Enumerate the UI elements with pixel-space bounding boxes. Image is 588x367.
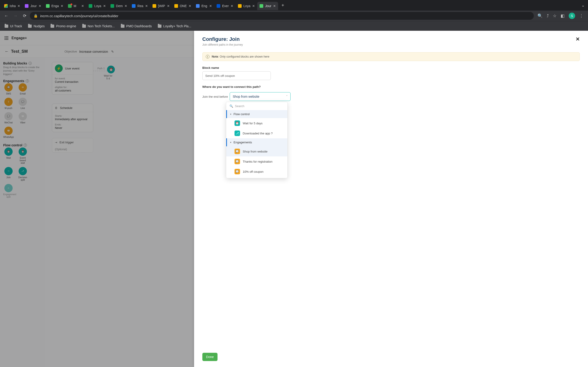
forward-button[interactable]: →: [11, 12, 19, 20]
close-icon[interactable]: ✕: [145, 4, 148, 8]
close-icon[interactable]: ✕: [167, 4, 170, 8]
bookmark-item[interactable]: PMO Dashboards: [119, 23, 154, 29]
folder-icon: [82, 25, 86, 28]
close-icon[interactable]: ✕: [124, 4, 127, 8]
chevron-up-icon: ˄: [286, 95, 288, 98]
tab-overflow-button[interactable]: ⌄: [578, 1, 588, 9]
bookmark-item[interactable]: Nudges: [26, 23, 47, 29]
close-icon[interactable]: ✕: [103, 4, 106, 8]
browser-menu-icon[interactable]: ⋮: [579, 13, 583, 18]
address-bar[interactable]: 🔒 incrm.cc.capillarytech.com/journey/ui/…: [30, 12, 534, 20]
reload-button[interactable]: ⟳: [21, 12, 28, 20]
dropdown-option[interactable]: ⏰Wait for 5 days: [226, 118, 287, 128]
dropdown-option-selected[interactable]: 💬Shop from website: [226, 146, 287, 156]
target-dropdown: 🔍 Search ▾Flow control ⏰Wait for 5 days …: [226, 102, 288, 178]
browser-tab[interactable]: Loya✕: [236, 2, 257, 10]
back-button[interactable]: ←: [2, 12, 10, 20]
bookmark-star-icon[interactable]: ☆: [553, 13, 556, 18]
dropdown-option[interactable]: 💬Thanks for registration: [226, 156, 287, 167]
browser-tab[interactable]: Jour✕: [23, 2, 43, 10]
folder-icon: [28, 25, 32, 28]
message-icon: 💬: [234, 169, 240, 174]
caret-down-icon: ▾: [230, 113, 231, 115]
folder-icon: [121, 25, 124, 28]
connect-label: Where do you want to connect this path?: [202, 85, 580, 89]
info-icon: i: [206, 55, 209, 58]
close-icon[interactable]: ✕: [252, 4, 255, 8]
configure-join-panel: Configure: Join Join different paths in …: [194, 31, 588, 367]
close-icon[interactable]: ✕: [273, 4, 276, 8]
bookmark-item[interactable]: UI Track: [2, 23, 24, 29]
folder-icon: [51, 25, 54, 28]
clock-icon: ⏰: [234, 120, 240, 126]
close-panel-button[interactable]: ✕: [576, 36, 580, 42]
panel-subtitle: Join different paths in the journey: [202, 43, 243, 46]
done-button[interactable]: Done: [202, 353, 217, 361]
browser-tab[interactable]: Eng✕: [194, 2, 214, 10]
browser-tab[interactable]: Loya✕: [86, 2, 108, 10]
browser-tab[interactable]: [WIP✕: [150, 2, 172, 10]
dropdown-option[interactable]: 💬10% off coupon: [226, 167, 287, 177]
dropdown-group-head[interactable]: ▾Engagements: [226, 138, 287, 146]
block-name-input[interactable]: [202, 71, 271, 80]
browser-tab[interactable]: Ever✕: [214, 2, 236, 10]
dropdown-option[interactable]: ⎇Downloaded the app ?: [226, 128, 287, 138]
close-icon[interactable]: ✕: [61, 4, 63, 8]
dropdown-group-head[interactable]: ▾Flow control: [226, 110, 287, 118]
bookmark-item[interactable]: Loyalty+ Tech Pla...: [156, 23, 194, 29]
search-icon[interactable]: 🔍: [537, 13, 543, 18]
bookmark-item[interactable]: Promo engine: [48, 23, 78, 29]
split-icon: ⎇: [234, 131, 240, 136]
browser-tab[interactable]: ONE✕: [172, 2, 194, 10]
search-placeholder: Search: [235, 104, 244, 108]
close-icon[interactable]: ✕: [17, 4, 20, 8]
folder-icon: [5, 25, 8, 28]
close-icon[interactable]: ✕: [39, 4, 41, 8]
side-panel-icon[interactable]: ◧: [561, 13, 565, 18]
close-icon[interactable]: ✕: [189, 4, 191, 8]
lock-icon: 🔒: [34, 14, 38, 18]
browser-tab[interactable]: M✕: [66, 2, 86, 10]
browser-tab-active[interactable]: Jour✕: [257, 2, 278, 10]
browser-tab[interactable]: Enga✕: [44, 2, 66, 10]
note-banner: i Note: Only configured blocks are shown…: [202, 52, 580, 61]
profile-avatar[interactable]: S: [569, 13, 575, 19]
message-icon: 💬: [234, 149, 240, 154]
join-prefix: Join the end before: [202, 95, 228, 98]
folder-icon: [158, 25, 162, 28]
panel-title: Configure: Join: [202, 36, 243, 42]
close-icon[interactable]: ✕: [231, 4, 233, 8]
browser-tab[interactable]: Dem✕: [108, 2, 130, 10]
url-text: incrm.cc.capillarytech.com/journey/ui/cr…: [40, 14, 118, 18]
browser-tab-strip: Isha✕ Jour✕ Enga✕ M✕ Loya✕ Dem✕ Rea✕ [WI…: [0, 0, 588, 10]
search-icon: 🔍: [229, 104, 233, 108]
block-name-label: Block name: [202, 66, 580, 69]
bookmark-item[interactable]: Non Tech Tickets...: [80, 23, 117, 29]
caret-down-icon: ▾: [230, 141, 231, 144]
browser-tab[interactable]: Isha✕: [2, 2, 23, 10]
select-value: Shop from website: [233, 95, 259, 98]
message-icon: 💬: [234, 159, 240, 164]
dropdown-search[interactable]: 🔍 Search: [226, 102, 287, 110]
target-select[interactable]: Shop from website ˄: [230, 92, 291, 101]
close-icon[interactable]: ✕: [209, 4, 212, 8]
close-icon[interactable]: ✕: [81, 4, 84, 8]
browser-tab[interactable]: Rea✕: [130, 2, 150, 10]
new-tab-button[interactable]: +: [278, 1, 287, 9]
bookmark-bar: UI Track Nudges Promo engine Non Tech Ti…: [0, 21, 588, 31]
share-icon[interactable]: ⤴: [547, 14, 549, 18]
